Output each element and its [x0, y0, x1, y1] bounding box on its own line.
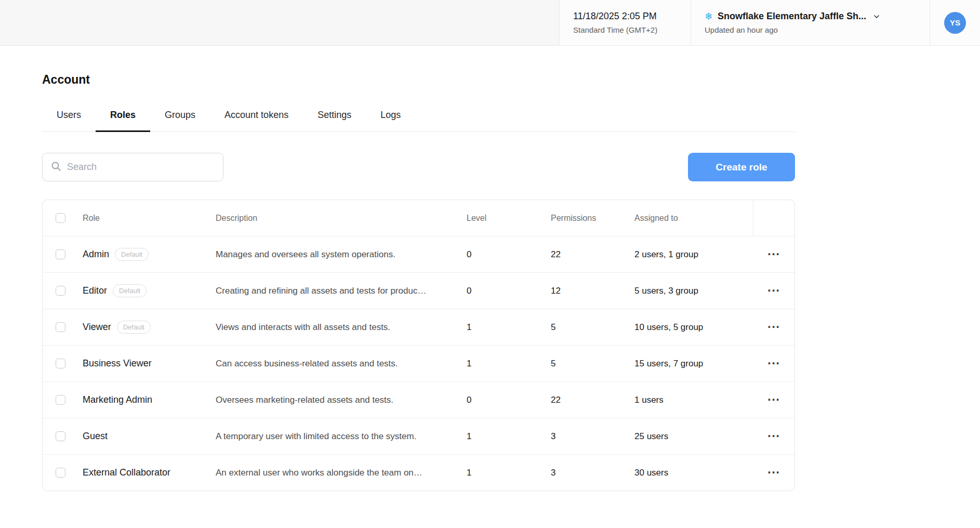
table-row: Editor Default Creating and refining all… — [43, 272, 794, 309]
select-all-checkbox[interactable] — [56, 213, 65, 223]
table-header-row: Role Description Level Permissions Assig… — [43, 200, 794, 236]
role-name: Business Viewer — [83, 358, 152, 369]
role-level: 0 — [467, 249, 551, 260]
table-row: Guest A temporary user with limited acce… — [43, 418, 794, 454]
table-row: Marketing Admin Oversees marketing-relat… — [43, 381, 794, 418]
snowflake-icon: ❄ — [705, 11, 713, 21]
row-actions-button[interactable]: ··· — [763, 283, 785, 299]
role-level: 1 — [467, 468, 551, 478]
tab-bar: Users Roles Groups Account tokens Settin… — [42, 103, 795, 132]
tab-settings[interactable]: Settings — [303, 103, 366, 132]
role-description: Oversees marketing-related assets and te… — [216, 395, 467, 405]
row-actions-button[interactable]: ··· — [763, 319, 785, 335]
table-row: Admin Default Manages and oversees all s… — [43, 236, 794, 272]
main-content: Account Users Roles Groups Account token… — [0, 73, 795, 491]
toolbar: Create role — [42, 153, 795, 181]
datetime-text: 11/18/2025 2:05 PM — [573, 11, 677, 22]
role-assigned: 5 users, 3 group — [634, 286, 753, 296]
row-checkbox[interactable] — [56, 468, 65, 478]
role-name: Marketing Admin — [83, 394, 152, 405]
role-assigned: 30 users — [634, 468, 753, 478]
role-description: Manages and oversees all system operatio… — [216, 249, 467, 260]
tab-account-tokens[interactable]: Account tokens — [210, 103, 303, 132]
role-level: 0 — [467, 286, 551, 296]
role-level: 0 — [467, 395, 551, 405]
org-updated-text: Updated an hour ago — [705, 25, 916, 34]
row-checkbox[interactable] — [56, 249, 65, 259]
default-badge: Default — [115, 248, 149, 261]
datetime-display: 11/18/2025 2:05 PM Standard Time (GMT+2) — [559, 0, 691, 45]
row-checkbox[interactable] — [56, 359, 65, 368]
search-icon — [51, 161, 61, 174]
role-permissions: 5 — [551, 359, 634, 369]
row-checkbox[interactable] — [56, 286, 65, 296]
row-checkbox[interactable] — [56, 395, 65, 405]
avatar-section: YS — [930, 0, 980, 45]
role-assigned: 2 users, 1 group — [634, 249, 753, 260]
role-permissions: 3 — [551, 431, 634, 442]
role-name: External Collaborator — [83, 467, 170, 478]
role-description: Creating and refining all assets and tes… — [216, 286, 467, 296]
role-description: A temporary user with limited access to … — [216, 431, 467, 442]
role-level: 1 — [467, 359, 551, 369]
role-name: Viewer — [83, 322, 111, 333]
default-badge: Default — [113, 284, 147, 297]
row-checkbox[interactable] — [56, 431, 65, 441]
role-level: 1 — [467, 431, 551, 442]
table-row: Business Viewer Can access business-rela… — [43, 345, 794, 381]
role-name: Admin — [83, 249, 109, 260]
row-actions-button[interactable]: ··· — [763, 392, 785, 408]
row-actions-button[interactable]: ··· — [763, 355, 785, 372]
page-title: Account — [42, 73, 795, 87]
row-actions-button[interactable]: ··· — [763, 428, 785, 444]
column-header-level: Level — [467, 214, 551, 223]
topbar-spacer — [0, 0, 559, 45]
org-name: Snowflake Elementary Jaffle Sh... — [718, 11, 866, 22]
tab-logs[interactable]: Logs — [366, 103, 415, 132]
column-header-role: Role — [83, 214, 216, 223]
topbar: 11/18/2025 2:05 PM Standard Time (GMT+2)… — [0, 0, 980, 46]
column-header-permissions: Permissions — [551, 214, 634, 223]
chevron-down-icon — [873, 13, 880, 20]
column-header-assigned: Assigned to — [634, 214, 753, 223]
table-row: Viewer Default Views and interacts with … — [43, 309, 794, 345]
default-badge: Default — [117, 321, 151, 334]
role-name: Editor — [83, 285, 107, 296]
column-header-actions — [753, 200, 794, 236]
create-role-button[interactable]: Create role — [688, 153, 795, 181]
role-assigned: 10 users, 5 group — [634, 322, 753, 333]
role-permissions: 3 — [551, 468, 634, 478]
org-switcher[interactable]: ❄ Snowflake Elementary Jaffle Sh... Upda… — [691, 0, 930, 45]
tab-users[interactable]: Users — [42, 103, 96, 132]
row-actions-button[interactable]: ··· — [763, 465, 785, 481]
role-description: Views and interacts with all assets and … — [216, 322, 467, 333]
table-row: External Collaborator An external user w… — [43, 454, 794, 491]
role-assigned: 25 users — [634, 431, 753, 442]
search-box[interactable] — [42, 153, 223, 181]
role-permissions: 12 — [551, 286, 634, 296]
role-permissions: 22 — [551, 249, 634, 260]
row-checkbox[interactable] — [56, 322, 65, 332]
tab-groups[interactable]: Groups — [150, 103, 210, 132]
role-description: Can access business-related assets and t… — [216, 359, 467, 369]
role-name: Guest — [83, 431, 108, 442]
role-description: An external user who works alongside the… — [216, 468, 467, 478]
role-assigned: 15 users, 7 group — [634, 359, 753, 369]
tab-roles[interactable]: Roles — [96, 103, 150, 132]
role-level: 1 — [467, 322, 551, 333]
column-header-description: Description — [216, 214, 467, 223]
search-input[interactable] — [67, 162, 215, 173]
role-permissions: 5 — [551, 322, 634, 333]
role-permissions: 22 — [551, 395, 634, 405]
role-assigned: 1 users — [634, 395, 753, 405]
avatar[interactable]: YS — [944, 12, 966, 34]
roles-table: Role Description Level Permissions Assig… — [42, 200, 795, 491]
row-actions-button[interactable]: ··· — [763, 246, 785, 262]
timezone-text: Standard Time (GMT+2) — [573, 25, 677, 34]
